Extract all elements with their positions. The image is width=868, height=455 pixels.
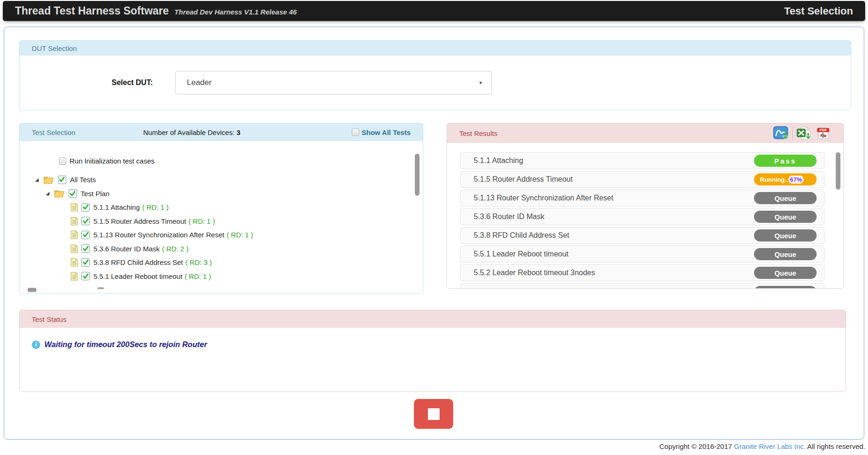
test-rd-count: ( RD: 1 ): [227, 231, 253, 239]
test-status-header: Test Status: [20, 310, 846, 328]
status-badge: Queue: [754, 248, 817, 260]
pdf-report-download-icon[interactable]: PDF: [815, 126, 831, 140]
status-text: Pass: [774, 157, 796, 165]
test-result-row[interactable]: 5.3.8 RFD Child Address Set Queue: [460, 227, 825, 244]
expander-icon[interactable]: ◢: [35, 178, 39, 182]
expander-icon[interactable]: ◢: [46, 191, 50, 196]
run-initialization-label: Run Initialization test cases: [70, 157, 155, 165]
status-message: Waiting for timeout 200Secs to rejoin Ro…: [44, 340, 207, 349]
stop-button[interactable]: [414, 399, 453, 429]
status-text: Queue: [775, 194, 797, 202]
status-text: Queue: [775, 269, 797, 277]
test-label: 5.1.5 Router Address Timeout: [93, 217, 186, 225]
dut-selection-body: Select DUT: Leader ▼: [20, 56, 851, 110]
test-rd-count: ( RD: 1 ): [188, 217, 215, 225]
checkbox-checked[interactable]: [81, 203, 90, 212]
status-text: Queue: [775, 232, 797, 240]
run-initialization-checkbox[interactable]: [59, 157, 66, 165]
svg-text:PDF: PDF: [820, 128, 827, 132]
test-results-panel: Test Results: [447, 123, 844, 289]
checkbox-checked[interactable]: [81, 231, 90, 239]
document-icon: [70, 230, 78, 239]
test-status-panel: Test Status i Waiting for timeout 200Sec…: [19, 310, 846, 392]
tree-item-test[interactable]: 5.3.6 Router ID Mask ( RD: 2 ): [20, 242, 423, 256]
page-title: Test Selection: [784, 5, 853, 17]
result-test-name: 5.1.1 Attaching: [474, 156, 523, 165]
dut-selection-header: DUT Selection: [20, 41, 851, 56]
toolbar-divider: [792, 127, 793, 139]
status-badge: Pass: [754, 155, 817, 167]
checkbox-checked[interactable]: [81, 258, 90, 267]
tree-item-test[interactable]: 5.3.8 RFD Child Address Set ( RD: 3 ): [20, 256, 423, 270]
test-label: 5.5.1 Leader Reboot timeout: [93, 272, 182, 280]
checkbox-checked[interactable]: [58, 176, 66, 184]
document-icon: [70, 258, 78, 267]
dut-selection-panel: DUT Selection Select DUT: Leader ▼: [19, 40, 851, 110]
status-badge: Queue: [754, 267, 817, 279]
status-badge: Queue: [754, 229, 817, 242]
checkbox-checked[interactable]: [81, 244, 90, 253]
stop-icon: [428, 408, 440, 420]
test-result-row[interactable]: 5.3.6 Router ID Mask Queue: [460, 208, 825, 225]
tree-label: All Tests: [70, 176, 96, 184]
test-result-row[interactable]: 5.5.2 Leader Reboot timeout 3nodes Queue: [460, 264, 825, 281]
tree-item-test[interactable]: 5.1.5 Router Address Timeout ( RD: 1 ): [20, 214, 423, 228]
vertical-scrollbar-thumb[interactable]: [415, 154, 420, 196]
test-result-row[interactable]: 5.1.5 Router Address Timeout Running.. 6…: [460, 171, 825, 188]
checkbox-checked[interactable]: [81, 272, 90, 280]
checkbox-checked[interactable]: [81, 217, 90, 225]
test-results-list: 5.1.1 Attaching Pass 5.1.5 Router Addres…: [447, 143, 843, 288]
show-all-tests-toggle[interactable]: Show All Tests: [352, 128, 411, 136]
tree-item-test-plan[interactable]: ◢ Test Plan: [20, 187, 423, 201]
result-test-name: 5.1.5 Router Address Timeout: [474, 175, 573, 184]
test-selection-title: Test Selection: [32, 128, 75, 136]
clipped-tree-row: [97, 287, 104, 289]
info-icon: i: [32, 341, 40, 349]
dut-dropdown-value: Leader: [187, 78, 212, 87]
app-header: Thread Test Harness Software Thread Dev …: [3, 1, 865, 21]
test-rd-count: ( RD: 2 ): [162, 245, 189, 253]
run-initialization-toggle[interactable]: Run Initialization test cases: [59, 157, 423, 165]
tree-item-all-tests[interactable]: ◢ All Tests: [20, 173, 423, 187]
dropdown-arrow-icon: ▼: [478, 80, 483, 85]
folder-icon: [43, 176, 54, 184]
document-icon: [70, 203, 78, 212]
test-selection-body: Run Initialization test cases ◢ All Test…: [20, 141, 423, 293]
test-status-title: Test Status: [32, 315, 66, 323]
copyright-prefix: Copyright © 2016-2017: [660, 442, 734, 450]
dut-selection-title: DUT Selection: [32, 44, 77, 52]
test-tree: ◢ All Tests ◢: [20, 173, 423, 283]
company-link[interactable]: Granite River Labs Inc.: [734, 442, 805, 450]
status-text: Queue: [775, 250, 797, 258]
test-label: 5.3.6 Router ID Mask: [93, 245, 160, 253]
dut-dropdown[interactable]: Leader ▼: [175, 71, 492, 94]
horizontal-scrollbar-thumb[interactable]: [28, 288, 36, 292]
available-devices: Number of Available Devices: 3: [143, 128, 240, 136]
test-result-row[interactable]: 5.1.13 Router Synchronization After Rese…: [460, 190, 825, 206]
tree-item-test[interactable]: 5.1.13 Router Synchronization After Rese…: [20, 228, 423, 242]
test-selection-header: Test Selection Number of Available Devic…: [20, 123, 423, 141]
document-icon: [70, 272, 78, 281]
tree-item-test[interactable]: 5.1.1 Attaching ( RD: 1 ): [20, 200, 423, 214]
vertical-scrollbar-thumb[interactable]: [836, 152, 840, 190]
available-devices-count: 3: [236, 128, 240, 136]
test-result-row[interactable]: 5.1.1 Attaching Pass: [460, 152, 825, 169]
test-status-body: i Waiting for timeout 200Secs to rejoin …: [20, 328, 846, 391]
wireshark-capture-download-icon[interactable]: [773, 126, 789, 140]
test-label: 5.1.1 Attaching: [93, 203, 140, 211]
excel-report-download-icon[interactable]: [796, 126, 812, 140]
test-results-body: 5.1.1 Attaching Pass 5.1.5 Router Addres…: [447, 143, 843, 288]
copyright-suffix: All rights reserved.: [805, 442, 865, 450]
folder-icon: [54, 189, 64, 198]
test-rd-count: ( RD: 3 ): [185, 258, 212, 266]
document-icon: [70, 217, 78, 226]
status-text: Queue: [775, 213, 797, 221]
select-dut-label: Select DUT:: [20, 78, 153, 87]
test-result-row[interactable]: 5.5.1 Leader Reboot timeout Queue: [460, 246, 825, 263]
tree-item-test[interactable]: 5.5.1 Leader Reboot timeout ( RD: 1 ): [20, 270, 423, 284]
status-text: Running..: [760, 176, 788, 183]
available-devices-label: Number of Available Devices:: [143, 128, 236, 136]
test-label: 5.3.8 RFD Child Address Set: [93, 258, 183, 266]
show-all-tests-checkbox[interactable]: [352, 128, 359, 136]
checkbox-checked[interactable]: [69, 189, 77, 198]
